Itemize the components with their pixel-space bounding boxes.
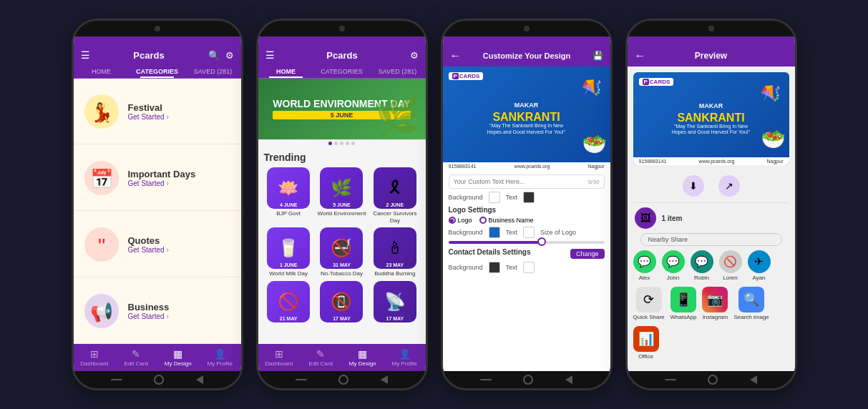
tab-saved-s1[interactable]: SAVED (281) (185, 65, 241, 78)
category-item-business[interactable]: 📢 Business Get Started › (74, 278, 241, 344)
category-list: 💃 Festival Get Started › (74, 79, 241, 344)
app-search-image[interactable]: 🔍 Search image (733, 287, 769, 320)
trending-item-cancer[interactable]: 🎗 2 JUNE Cancer Survivors Day (370, 167, 419, 224)
svg-text:💃: 💃 (90, 101, 114, 124)
radio-business[interactable]: Business Name (479, 217, 534, 224)
milk-name: World Milk Day (269, 270, 308, 277)
sankranti-subtitle-s4: "May The Sankranti Bring In New Hopes an… (672, 124, 751, 136)
tab-home-s1[interactable]: HOME (74, 65, 130, 78)
apps-row: ⟳ Quick Share 📱 WhatsApp 📷 Instagram 🔍 S… (628, 284, 795, 363)
preview-title: Preview (695, 51, 727, 61)
nav-edit-s2[interactable]: ✎ Edit Card (300, 347, 342, 368)
r2-date: 17 MAY (320, 316, 363, 321)
bg-color-swatch[interactable] (489, 192, 500, 203)
kite-deco-s4: 🪁 (758, 80, 785, 107)
r1-thumb: 🚫 21 MAY (267, 281, 310, 322)
search-icon-s1[interactable]: 🔍 (208, 50, 220, 61)
logo-text-swatch[interactable] (523, 227, 535, 238)
settings-icon-s2[interactable]: ⚙ (410, 50, 419, 61)
settings-icon-s1[interactable]: ⚙ (225, 50, 234, 61)
contact-robin[interactable]: 💬 Robin (691, 250, 713, 281)
dot-5[interactable] (351, 142, 355, 145)
nav-dashboard-s2[interactable]: ⊞ Dashboard (258, 347, 301, 368)
trending-item-buddha[interactable]: 🕯 23 MAY Buddha Burning (370, 227, 419, 277)
design-card-s3: PCARDS MAKAR SANKRANTI "May The Sankrant… (443, 66, 610, 170)
nav-dashboard-s1[interactable]: ⊞ Dashboard (74, 347, 116, 368)
category-item-important-days[interactable]: 📅 Important Days Get Started › (74, 145, 241, 211)
dot-1[interactable] (328, 142, 332, 145)
nav-my-design-s1[interactable]: ▦ My Design (157, 347, 200, 368)
radio-business-label: Business Name (489, 217, 534, 224)
back-button-s3[interactable]: ← (450, 49, 462, 62)
trending-item-notob[interactable]: 🚭 31 MAY No-Tobacco Day (317, 227, 366, 277)
tab-categories-s2[interactable]: CATEGORIES (314, 65, 370, 78)
notob-name: No-Tobacco Day (321, 270, 363, 277)
nav-my-profile-s1[interactable]: 👤 My Profile (199, 347, 241, 368)
download-button[interactable]: ⬇ (683, 175, 704, 197)
alex-avatar: 💬 (633, 250, 656, 273)
slider-thumb[interactable] (537, 237, 546, 246)
banner-area: WORLD ENVIRONMENT DAY 5 JUNE 🌿 (258, 79, 426, 139)
location-s4: Nagpur (767, 159, 784, 164)
divider (633, 202, 789, 203)
app-whatsapp[interactable]: 📱 WhatsApp (670, 287, 697, 320)
nav-mydesign-s2[interactable]: ▦ My Design (342, 347, 384, 368)
menu-icon[interactable]: ☰ (81, 49, 90, 61)
trending-item-bjp[interactable]: 🪷 4 JUNE BJP Govt (264, 167, 313, 224)
contact-bg-swatch[interactable] (489, 262, 500, 273)
location-s3: Nagpur (588, 164, 605, 169)
festival-name: Festival (128, 102, 231, 113)
important-days-cta: Get Started › (128, 179, 231, 187)
env-thumb: 🌿 5 JUNE (320, 167, 363, 209)
category-item-festival[interactable]: 💃 Festival Get Started › (74, 79, 241, 144)
tab-home-s2[interactable]: HOME (258, 65, 314, 78)
dot-2[interactable] (334, 142, 338, 145)
contact-john[interactable]: 💬 John (662, 250, 685, 281)
trending-item-r3[interactable]: 📡 17 MAY (370, 281, 419, 324)
trending-item-env[interactable]: 🌿 5 JUNE World Environment (317, 167, 366, 224)
nav-edit-label: Edit Card (125, 360, 148, 367)
text-label: Text (506, 194, 518, 201)
preview-content: PCARDS MAKAR SANKRANTI "May The Sankrant… (628, 66, 795, 371)
back-button-s4[interactable]: ← (635, 49, 646, 62)
share-item-row: 🖼 1 item (628, 204, 795, 232)
contact-text-swatch[interactable] (523, 262, 535, 273)
contact-ayan[interactable]: ✈ Ayan (748, 250, 771, 281)
custom-text-input[interactable] (454, 178, 588, 185)
app-quick-share[interactable]: ⟳ Quick Share (633, 287, 665, 320)
app-office[interactable]: 📊 Office (633, 326, 659, 360)
tab-categories-s1[interactable]: CATEGORIES (130, 65, 185, 78)
trending-item-r2[interactable]: 📵 17 MAY (317, 281, 366, 324)
dot-4[interactable] (346, 142, 349, 145)
phone-screen3: ← Customize Your Design 💾 PCARDS MAKAR S… (441, 19, 613, 390)
quotes-icon-wrap: " (84, 227, 120, 262)
change-button[interactable]: Change (570, 249, 605, 259)
contact-text-label: Text (506, 264, 518, 271)
sankranti-title-s4: SANKRANTI (677, 112, 744, 124)
app-instagram[interactable]: 📷 Instagram (702, 287, 728, 320)
cancer-date: 2 JUNE (374, 202, 416, 207)
category-item-quotes[interactable]: " Quotes Get Started › (74, 212, 241, 277)
logo-radio-row: Logo Business Name (449, 217, 605, 224)
logo-size-slider[interactable] (449, 241, 605, 244)
tab-saved-s2[interactable]: SAVED (281) (370, 65, 426, 78)
svg-text:": " (97, 234, 105, 257)
design-footer-s3: 9158883141 www.pcards.org Nagpur (443, 162, 610, 170)
text-color-swatch[interactable] (523, 192, 535, 203)
radio-logo[interactable]: Logo (449, 217, 472, 224)
menu-icon-s2[interactable]: ☰ (265, 49, 275, 61)
contact-loren[interactable]: 🚫 Loren (719, 250, 742, 281)
nearby-share-btn[interactable]: Nearby Share (640, 233, 782, 246)
nav-profile-s2[interactable]: 👤 My Profile (384, 347, 426, 368)
nav-dashboard-label: Dashboard (80, 360, 108, 367)
top-bar-s3: ← Customize Your Design 💾 (443, 45, 610, 66)
logo-bg-swatch[interactable] (489, 227, 500, 238)
preview-actions: ⬇ ↗ (628, 171, 795, 201)
nav-edit-card-s1[interactable]: ✎ Edit Card (115, 347, 157, 368)
share-button[interactable]: ↗ (718, 175, 740, 197)
trending-item-r1[interactable]: 🚫 21 MAY (264, 281, 313, 324)
save-button-s3[interactable]: 💾 (593, 51, 603, 61)
dot-3[interactable] (340, 142, 343, 145)
contact-alex[interactable]: 💬 Alex (633, 250, 656, 281)
trending-item-milk[interactable]: 🥛 1 JUNE World Milk Day (264, 227, 313, 277)
